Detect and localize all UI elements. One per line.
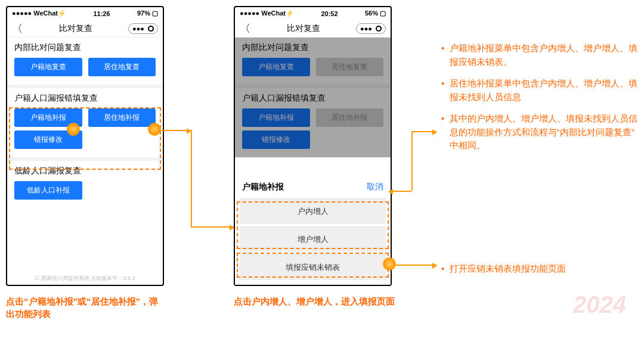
section-internal-review: 内部比对问题复查 户籍地复查 居住地复查 [7, 38, 163, 85]
section-diling: 低龄人口漏报复查 低龄人口补报 [7, 161, 163, 208]
bullet-list: •户籍地补报菜单中包含户内增人、增户增人、填报应销未销表。 •居住地补报菜单中包… [441, 42, 638, 161]
status-bar: ●●●●● WeChat⚡ 20:52 56% ▢ [235, 7, 391, 20]
action-sheet: 户籍地补报 取消 户内增人 增户增人 填报应销未销表 [235, 176, 391, 285]
modal-overlay[interactable] [235, 38, 391, 157]
arrow-connector [161, 130, 191, 131]
title-bar: 〈 比对复查 ●●● [7, 20, 163, 38]
caption-right: 点击户内增人、增户增人，进入填报页面 [234, 295, 401, 307]
section-title: 低龄人口漏报复查 [14, 166, 156, 176]
capsule-button[interactable]: ●●● [356, 23, 386, 34]
bullet-icon: • [441, 42, 450, 69]
status-bar: ●●●●● WeChat⚡ 11:26 97% ▢ [7, 7, 163, 20]
section-title: 内部比对问题复查 [14, 42, 156, 53]
bullet-text: 打开应销未销表填报功能页面 [450, 262, 566, 276]
bullet-text: 户籍地补报菜单中包含户内增人、增户增人、填报应销未销表。 [450, 42, 638, 69]
section-title: 户籍人口漏报错填复查 [14, 93, 156, 104]
bullet-text: 其中的户内增人、增户增人、填报未找到人员信息的功能操作方式和流程与“内部比对问题… [450, 112, 638, 153]
arrow-connector [389, 191, 411, 192]
juzhu-review-button[interactable]: 居住地复查 [88, 58, 156, 76]
capsule-button[interactable]: ●●● [128, 23, 158, 34]
juzhu-bubao-button[interactable]: 居住地补报 [88, 108, 156, 127]
arrow-connector [411, 131, 436, 132]
bullet-list-bottom: •打开应销未销表填报功能页面 [441, 262, 638, 284]
cuobao-button[interactable]: 错报修改 [14, 130, 82, 149]
arrow-connector [191, 226, 234, 228]
bullet-icon: • [441, 112, 450, 153]
battery-label: 56% ▢ [365, 10, 386, 17]
sheet-cancel-button[interactable]: 取消 [367, 182, 383, 192]
huji-bubao-button[interactable]: 户籍地补报 [14, 108, 82, 127]
carrier-label: ●●●●● WeChat⚡ [12, 10, 66, 17]
huji-review-button[interactable]: 户籍地复查 [14, 58, 82, 76]
time-label: 11:26 [93, 10, 110, 17]
bullet-icon: • [441, 262, 450, 276]
dots-icon: ●●● [132, 25, 144, 32]
sheet-item-hunei[interactable]: 户内增人 [240, 198, 386, 224]
arrow-connector [411, 131, 413, 191]
caption-left: 点击“户籍地补报”或“居住地补报”，弹出功能列表 [6, 295, 161, 320]
target-icon [148, 26, 154, 32]
footer-version: ☑ 国家统计局提供系统 当前版本号：3.5.3 [7, 275, 163, 282]
battery-label: 97% ▢ [137, 10, 158, 17]
phone-left: ●●●●● WeChat⚡ 11:26 97% ▢ 〈 比对复查 ●●● 内部比… [6, 6, 164, 286]
watermark-year: 2024 [573, 291, 626, 318]
section-huji-miss: 户籍人口漏报错填复查 户籍地补报 居住地补报 错报修改 [7, 88, 163, 157]
title-bar: 〈 比对复查 ●●● [235, 20, 391, 38]
phone-right: ●●●●● WeChat⚡ 20:52 56% ▢ 〈 比对复查 ●●● 内部比… [234, 6, 392, 286]
bullet-text: 居住地补报菜单中包含户内增人、增户增人、填报未找到人员信息 [450, 77, 638, 104]
arrow-connector [395, 265, 436, 266]
sheet-item-yingxiao[interactable]: 填报应销未销表 [240, 254, 386, 280]
sheet-title: 户籍地补报 [242, 182, 284, 192]
carrier-label: ●●●●● WeChat⚡ [240, 10, 294, 17]
sheet-item-zenghu[interactable]: 增户增人 [240, 226, 386, 252]
back-icon[interactable]: 〈 [240, 21, 250, 36]
dots-icon: ●●● [360, 25, 372, 32]
diling-bubao-button[interactable]: 低龄人口补报 [14, 181, 82, 200]
arrow-connector [191, 130, 192, 226]
page-title: 比对复查 [59, 23, 92, 34]
time-label: 20:52 [321, 10, 338, 17]
back-icon[interactable]: 〈 [12, 21, 23, 36]
page-title: 比对复查 [287, 23, 320, 34]
bullet-icon: • [441, 77, 450, 104]
target-icon [376, 26, 382, 32]
